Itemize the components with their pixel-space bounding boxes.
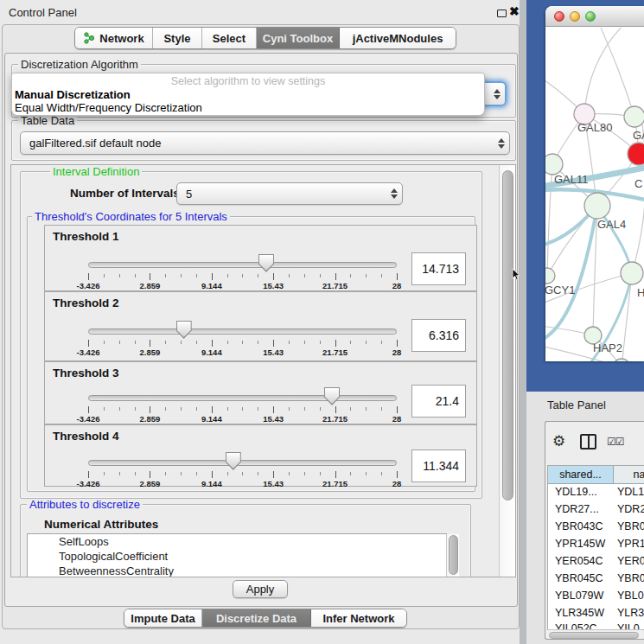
settings-viewport: Interval Definition Number of Intervals … [10, 164, 516, 577]
slider-scale-labels: -3.4262.8599.144 15.4321.71528 [88, 479, 397, 488]
node-label-gcy1: GCY1 [545, 284, 575, 296]
threshold-row-3: Threshold 3 -3.4262.8599.144 15.4321.715… [44, 361, 477, 424]
column-header-name[interactable]: na [614, 466, 644, 484]
num-intervals-combobox[interactable]: 5 [176, 182, 403, 205]
node-label-hap2: HAP2 [593, 341, 622, 354]
list-item[interactable]: TopologicalCoefficient [28, 549, 447, 564]
threshold-4-slider-thumb[interactable] [226, 452, 241, 470]
apply-button[interactable]: Apply [233, 580, 288, 598]
slider-major-ticks [88, 273, 397, 280]
node-label-partial: H [637, 286, 644, 299]
tab-cyni-toolbox[interactable]: Cyni Toolbox [257, 28, 340, 48]
gear-icon[interactable]: ⚙ [552, 432, 565, 450]
threshold-2-label: Threshold 2 [53, 296, 119, 309]
select-columns-icon[interactable]: ☑☑ [607, 436, 624, 448]
threshold-2-slider[interactable] [88, 328, 397, 335]
threshold-1-value-field[interactable]: 14.713 [411, 252, 466, 285]
close-icon[interactable]: ✖ [509, 4, 520, 18]
threshold-2-value-field[interactable]: 6.316 [411, 319, 466, 352]
tab-network[interactable]: Network [75, 28, 153, 48]
table-data-combobox[interactable]: galFiltered.sif default node [20, 131, 510, 155]
slider-major-ticks [88, 340, 397, 347]
numerical-attributes-label: Numerical Attributes [44, 518, 158, 531]
list-scrollbar-thumb[interactable] [449, 535, 458, 575]
list-scrollbar[interactable] [446, 534, 459, 577]
num-intervals-label: Number of Intervals [70, 187, 180, 200]
table-toolbar: ⚙ ☑☑ [545, 422, 644, 463]
network-graph [545, 28, 644, 361]
popup-option-manual[interactable]: Manual Discretization [12, 88, 484, 101]
threshold-4-label: Threshold 4 [53, 430, 119, 443]
mouse-cursor-icon [512, 269, 520, 280]
threshold-2-slider-thumb[interactable] [176, 321, 192, 339]
node-label-partial: C [634, 177, 642, 190]
threshold-3-label: Threshold 3 [53, 367, 119, 379]
tab-jactivemnodules[interactable]: jActiveMNodules [340, 28, 456, 48]
combo-stepper-icon [494, 138, 509, 149]
columns-icon[interactable] [580, 434, 596, 450]
network-canvas[interactable] [545, 28, 644, 361]
minimize-traffic-light-icon[interactable] [570, 11, 580, 22]
threshold-4-slider[interactable] [88, 460, 397, 466]
thresholds-group-title: Threshold's Coordinates for 5 Intervals [32, 211, 230, 222]
table-row[interactable]: YBL079WYBL0 [548, 590, 644, 607]
settings-scrollbar-thumb[interactable] [502, 170, 513, 501]
tab-discretize-data[interactable]: Discretize Data [202, 609, 311, 627]
node-label-partial: GA [633, 129, 644, 142]
threshold-3-slider-thumb[interactable] [324, 387, 340, 405]
numerical-attributes-list: SelfLoops TopologicalCoefficient Between… [27, 533, 447, 577]
bottom-tab-strip: Impute Data Discretize Data Infer Networ… [124, 609, 407, 628]
network-icon [83, 32, 95, 44]
threshold-row-4: Threshold 4 -3.4262.8599.144 15.4321.715… [44, 424, 477, 487]
list-item[interactable]: BetweennessCentrality [28, 564, 447, 577]
column-header-shared-name[interactable]: shared... [548, 466, 614, 484]
table-row[interactable]: YBR045CYBR0 [548, 572, 644, 590]
table-data-group-title: Table Data [18, 115, 77, 126]
table-row[interactable]: YLR345WYLR3 [548, 607, 644, 624]
num-intervals-value: 5 [177, 188, 386, 201]
table-horizontal-scrollbar[interactable] [547, 629, 643, 639]
network-window-titlebar[interactable] [545, 6, 644, 27]
threshold-3-slider[interactable] [88, 395, 397, 401]
popup-option-equal-width[interactable]: Equal Width/Frequency Discretization [12, 101, 484, 114]
table-row[interactable]: YDR27...YDR2 [548, 503, 644, 520]
panel-title: Control Panel [9, 6, 77, 19]
slider-major-ticks [88, 471, 397, 478]
table-row[interactable]: YBR043CYBR0 [548, 520, 644, 538]
tab-style[interactable]: Style [153, 28, 202, 48]
threshold-1-label: Threshold 1 [53, 230, 119, 243]
table-data-value: galFiltered.sif default node [21, 137, 494, 150]
discretization-algorithm-group-title: Discretization Algorithm [18, 59, 141, 70]
float-window-icon[interactable] [497, 10, 507, 17]
close-traffic-light-icon[interactable] [554, 11, 564, 22]
panel-divider[interactable] [520, 0, 526, 644]
zoom-traffic-light-icon[interactable] [585, 11, 596, 22]
table-horizontal-scrollbar-thumb[interactable] [549, 632, 639, 639]
threshold-3-value-field[interactable]: 21.4 [411, 385, 466, 418]
table-row[interactable]: YDL19...YDL1 [548, 486, 644, 503]
node-label-gal80: GAL80 [577, 121, 612, 134]
slider-scale-labels: -3.4262.8599.144 15.4321.71528 [88, 348, 397, 357]
algorithm-dropdown-popup: Select algorithm to view settings Manual… [11, 73, 485, 116]
threshold-row-1: Threshold 1 -3.4262.8599.144 15.4321.715… [44, 225, 477, 291]
combo-stepper-icon [489, 89, 505, 99]
settings-scrollbar[interactable] [499, 165, 516, 577]
tab-impute-data[interactable]: Impute Data [124, 609, 202, 627]
tab-infer-network[interactable]: Infer Network [311, 609, 406, 627]
threshold-row-2: Threshold 2 -3.4262.8599.144 15.4321.715… [44, 291, 477, 361]
threshold-4-value-field[interactable]: 11.344 [411, 450, 466, 482]
threshold-1-slider-thumb[interactable] [258, 254, 274, 272]
slider-scale-labels: -3.4262.8599.144 15.4321.71528 [88, 414, 397, 424]
table-panel-card: ⚙ ☑☑ shared... na YDL19...YDL1 YDR27...Y… [545, 421, 644, 640]
table-row[interactable]: YPR145WYPR1 [548, 538, 644, 555]
threshold-1-slider[interactable] [88, 262, 397, 268]
tab-select[interactable]: Select [202, 28, 257, 48]
popup-placeholder-item[interactable]: Select algorithm to view settings [12, 73, 484, 88]
top-tab-strip: Network Style Select Cyni Toolbox jActiv… [74, 27, 456, 49]
interval-definition-title: Interval Definition [50, 166, 142, 177]
list-item[interactable]: SelfLoops [28, 534, 447, 549]
node-table: shared... na YDL19...YDL1 YDR27...YDR2 Y… [547, 465, 644, 630]
slider-major-ticks [88, 406, 397, 413]
table-row[interactable]: YER054CYER0 [548, 555, 644, 572]
tab-network-label: Network [99, 32, 143, 45]
